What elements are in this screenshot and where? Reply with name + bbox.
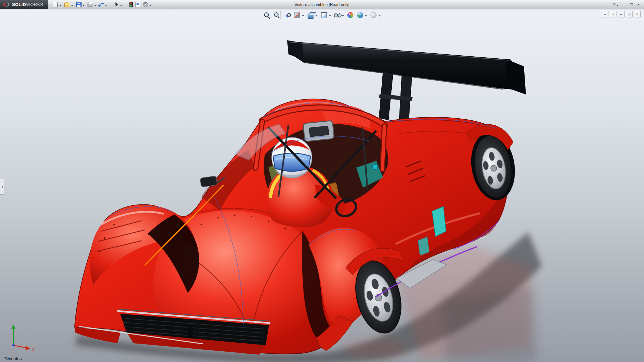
folder-icon bbox=[64, 3, 70, 7]
chevron-left-icon bbox=[0, 185, 3, 188]
view-settings-button[interactable] bbox=[369, 11, 382, 19]
rebuild-button[interactable] bbox=[128, 1, 134, 8]
section-icon bbox=[294, 12, 300, 18]
help-button[interactable]: ? bbox=[612, 2, 620, 7]
options-button[interactable] bbox=[142, 1, 153, 8]
toolbar-separator bbox=[111, 2, 111, 8]
minimize-button[interactable]: – bbox=[622, 2, 627, 7]
solidworks-window: SOLIDWORKS Voiture assemblee [Read-only]… bbox=[0, 0, 644, 362]
model-canvas bbox=[0, 9, 644, 362]
maximize-button-glyph: □ bbox=[630, 2, 633, 7]
dropdown-caret-icon[interactable] bbox=[94, 5, 96, 7]
prev-view-icon bbox=[283, 11, 291, 19]
reference-triad: X bbox=[6, 323, 37, 353]
scene-ball-icon bbox=[357, 12, 363, 18]
brand-bold: SOLID bbox=[12, 2, 26, 7]
props-icon bbox=[136, 2, 140, 7]
magnifier-area-icon bbox=[273, 11, 281, 19]
zoom-to-area-button[interactable] bbox=[272, 11, 282, 19]
dropdown-caret-icon[interactable] bbox=[71, 5, 73, 7]
cursor-icon bbox=[114, 2, 119, 7]
undo-icon bbox=[99, 3, 104, 7]
previous-view-button[interactable] bbox=[283, 11, 291, 19]
dropdown-caret-icon[interactable] bbox=[59, 5, 61, 7]
apply-scene-button[interactable] bbox=[356, 11, 368, 19]
maximize-button[interactable]: □ bbox=[629, 2, 634, 7]
open-document-button[interactable] bbox=[63, 1, 74, 8]
ds-swirl-icon bbox=[3, 2, 10, 8]
main-toolbar bbox=[48, 1, 156, 8]
dropdown-caret-icon[interactable] bbox=[105, 5, 107, 7]
window-restore-button[interactable]: □ bbox=[626, 11, 633, 17]
cube-icon bbox=[308, 14, 314, 19]
display-style-button[interactable] bbox=[320, 11, 332, 19]
dropdown-caret-icon[interactable] bbox=[149, 5, 151, 7]
pane-back-button[interactable]: « bbox=[602, 11, 608, 17]
dropdown-caret-icon[interactable] bbox=[302, 15, 304, 17]
brand-text: SOLIDWORKS bbox=[12, 2, 43, 7]
triad-x-label: X bbox=[32, 348, 34, 352]
brand-light: WORKS bbox=[26, 2, 43, 7]
select-tool-button[interactable] bbox=[113, 1, 123, 8]
gear-icon bbox=[143, 2, 148, 7]
page-icon bbox=[53, 2, 58, 7]
toolbar-separator bbox=[126, 2, 126, 8]
z-axis-dot bbox=[12, 344, 15, 347]
close-button-glyph: × bbox=[637, 2, 640, 7]
dropdown-caret-icon[interactable] bbox=[365, 15, 367, 17]
hide-show-items-button[interactable] bbox=[333, 11, 345, 19]
file-properties-button[interactable] bbox=[135, 1, 141, 8]
undo-button[interactable] bbox=[98, 1, 108, 8]
side-mirror bbox=[200, 176, 217, 187]
minimize-button-glyph: – bbox=[623, 2, 626, 7]
window-minimize-button[interactable]: – bbox=[618, 11, 625, 17]
window-controls: ?–□× bbox=[612, 2, 644, 7]
window-close-button[interactable]: × bbox=[634, 11, 641, 17]
dropdown-caret-icon[interactable] bbox=[379, 15, 381, 17]
zoom-to-fit-button[interactable] bbox=[263, 11, 271, 19]
heads-up-toolbar bbox=[263, 11, 382, 19]
viewport-window-controls: «»–□× bbox=[602, 11, 641, 17]
display-style-icon bbox=[321, 12, 327, 18]
view-settings-icon bbox=[371, 12, 377, 18]
traffic-icon bbox=[129, 2, 133, 7]
help-button-glyph: ? bbox=[613, 2, 615, 7]
window-close-button-glyph: × bbox=[636, 12, 638, 16]
pane-back-button-glyph: « bbox=[604, 12, 606, 16]
dropdown-caret-icon[interactable] bbox=[616, 5, 619, 7]
window-minimize-button-glyph: – bbox=[620, 12, 622, 16]
dropdown-caret-icon[interactable] bbox=[329, 15, 331, 17]
save-button[interactable] bbox=[75, 1, 86, 8]
pane-forward-button[interactable]: » bbox=[610, 11, 616, 17]
edit-appearance-button[interactable] bbox=[346, 11, 355, 19]
appearance-ball-icon bbox=[347, 12, 354, 18]
view-orientation-button[interactable] bbox=[306, 11, 319, 19]
section-view-button[interactable] bbox=[292, 11, 305, 19]
print-button[interactable] bbox=[87, 1, 98, 8]
document-title: Voiture assemblee [Read-only] bbox=[294, 2, 349, 7]
pane-forward-button-glyph: » bbox=[612, 12, 614, 16]
magnifier-icon bbox=[263, 11, 271, 19]
floppy-icon bbox=[76, 2, 82, 7]
close-button[interactable]: × bbox=[636, 2, 641, 7]
new-document-button[interactable] bbox=[51, 1, 63, 8]
view-orientation-label: *Dimetric bbox=[4, 356, 22, 361]
dropdown-caret-icon[interactable] bbox=[316, 15, 318, 17]
dropdown-caret-icon[interactable] bbox=[342, 15, 344, 17]
y-axis-arrow bbox=[11, 324, 15, 329]
dropdown-caret-icon[interactable] bbox=[120, 5, 122, 7]
title-bar: SOLIDWORKS Voiture assemblee [Read-only]… bbox=[0, 0, 644, 9]
window-restore-button-glyph: □ bbox=[628, 12, 631, 16]
x-axis-arrow bbox=[25, 346, 30, 350]
collapse-feature-pane-tab[interactable] bbox=[0, 179, 4, 195]
graphics-area[interactable]: «»–□× X *Dimetric bbox=[0, 9, 644, 362]
printer-icon bbox=[88, 3, 93, 7]
glasses-icon bbox=[334, 11, 341, 19]
dropdown-caret-icon[interactable] bbox=[83, 5, 85, 7]
solidworks-logo: SOLIDWORKS bbox=[0, 0, 48, 9]
